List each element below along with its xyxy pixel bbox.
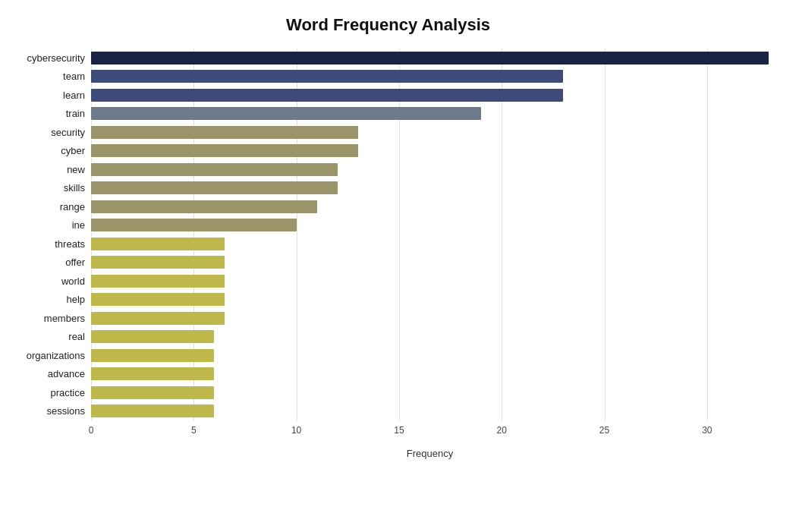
bar-row: range	[8, 197, 769, 216]
bar-fill	[91, 256, 225, 269]
bar-row: security	[8, 123, 769, 142]
bar-fill	[91, 330, 214, 343]
bar-row: offer	[8, 253, 769, 272]
bar-row: train	[8, 105, 769, 124]
bar-track	[91, 349, 769, 362]
bars-section: cybersecurityteamlearntrainsecuritycyber…	[8, 49, 769, 420]
x-tick-label: 0	[89, 425, 94, 436]
x-ticks: 051015202530	[91, 423, 769, 446]
chart-title: Word Frequency Analysis	[8, 15, 769, 35]
bar-row: real	[8, 328, 769, 347]
bar-track	[91, 200, 769, 213]
bar-label: members	[8, 313, 91, 324]
x-tick-label: 20	[497, 425, 507, 436]
bar-row: advance	[8, 365, 769, 384]
bar-label: range	[8, 201, 91, 212]
bar-track	[91, 144, 769, 157]
bar-label: offer	[8, 257, 91, 268]
bar-track	[91, 181, 769, 194]
bar-fill	[91, 405, 214, 417]
x-tick-label: 15	[394, 425, 404, 436]
chart-area: cybersecurityteamlearntrainsecuritycyber…	[8, 49, 769, 459]
bar-label: cybersecurity	[8, 52, 91, 64]
bar-label: new	[8, 164, 91, 175]
bar-track	[91, 238, 769, 250]
bar-track	[91, 386, 769, 399]
bar-track	[91, 330, 769, 343]
bar-row: skills	[8, 179, 769, 198]
bar-label: threats	[8, 238, 91, 250]
bar-row: sessions	[8, 402, 769, 421]
bar-fill	[91, 219, 297, 231]
bar-fill	[91, 144, 358, 157]
bar-fill	[91, 238, 225, 250]
bar-row: ine	[8, 216, 769, 235]
x-axis-label: Frequency	[91, 448, 769, 459]
bar-track	[91, 219, 769, 231]
bar-fill	[91, 126, 358, 139]
bar-track	[91, 52, 769, 65]
bar-row: world	[8, 272, 769, 291]
bar-label: advance	[8, 368, 91, 379]
chart-container: Word Frequency Analysis cybersecuritytea…	[0, 0, 799, 532]
bar-fill	[91, 275, 225, 288]
x-tick-label: 30	[702, 425, 712, 436]
bar-track	[91, 163, 769, 176]
bar-row: new	[8, 160, 769, 179]
bar-track	[91, 89, 769, 102]
bar-track	[91, 367, 769, 380]
bar-label: organizations	[8, 350, 91, 361]
bar-track	[91, 293, 769, 306]
bar-fill	[91, 52, 769, 65]
bar-fill	[91, 163, 338, 176]
bar-fill	[91, 349, 214, 362]
bar-row: cybersecurity	[8, 49, 769, 68]
x-tick-label: 10	[291, 425, 301, 436]
bar-track	[91, 312, 769, 325]
bar-label: practice	[8, 387, 91, 398]
bar-row: practice	[8, 383, 769, 402]
bar-track	[91, 405, 769, 417]
bar-label: world	[8, 275, 91, 287]
bar-fill	[91, 107, 481, 120]
bar-track	[91, 70, 769, 83]
bar-fill	[91, 367, 214, 380]
bar-track	[91, 275, 769, 288]
bar-label: cyber	[8, 145, 91, 156]
bar-fill	[91, 293, 225, 306]
x-axis: 051015202530	[91, 423, 769, 446]
bar-fill	[91, 386, 214, 399]
bar-row: learn	[8, 86, 769, 105]
bar-fill	[91, 181, 338, 194]
bar-track	[91, 107, 769, 120]
bar-label: learn	[8, 90, 91, 101]
bar-row: team	[8, 68, 769, 87]
bar-label: train	[8, 108, 91, 119]
bar-row: cyber	[8, 142, 769, 161]
bar-track	[91, 126, 769, 139]
x-tick-label: 25	[599, 425, 609, 436]
bar-label: skills	[8, 182, 91, 194]
bar-row: organizations	[8, 346, 769, 365]
x-tick-label: 5	[191, 425, 197, 436]
bar-fill	[91, 89, 563, 102]
bar-fill	[91, 200, 317, 213]
bar-label: help	[8, 294, 91, 305]
bar-label: real	[8, 331, 91, 342]
bar-label: sessions	[8, 405, 91, 417]
bar-row: members	[8, 309, 769, 328]
bar-row: threats	[8, 235, 769, 253]
bar-track	[91, 256, 769, 269]
bar-label: team	[8, 71, 91, 82]
bar-label: security	[8, 127, 91, 138]
bar-fill	[91, 70, 563, 83]
bar-fill	[91, 312, 225, 325]
bar-label: ine	[8, 219, 91, 231]
bar-row: help	[8, 291, 769, 310]
